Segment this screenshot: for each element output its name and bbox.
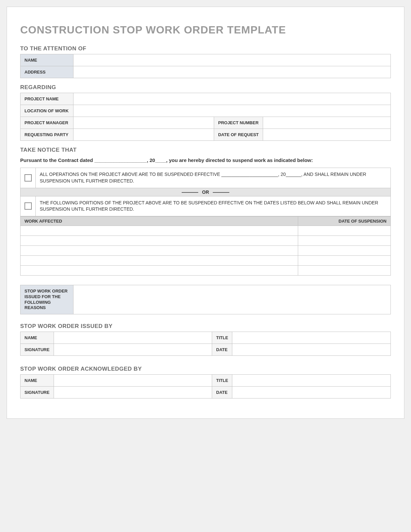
ack-signature-label: SIGNATURE <box>21 387 54 399</box>
section-heading-notice: TAKE NOTICE THAT <box>20 147 391 153</box>
attention-address-label: ADDRESS <box>21 66 73 78</box>
section-heading-ack-by: STOP WORK ORDER ACKNOWLEDGED BY <box>20 366 391 372</box>
ack-date-label: DATE <box>212 387 232 399</box>
reasons-table: STOP WORK ORDER ISSUED FOR THE FOLLOWING… <box>20 285 391 315</box>
notice-options-table: ALL OPERATIONS ON THE PROJECT ABOVE ARE … <box>20 168 391 216</box>
or-text: OR <box>202 189 209 195</box>
work-affected-field[interactable] <box>21 265 298 275</box>
issued-name-label: NAME <box>21 332 54 344</box>
issued-name-field[interactable] <box>54 332 212 344</box>
or-line-right <box>213 192 229 193</box>
ack-signature-field[interactable] <box>54 387 212 399</box>
option2-text: THE FOLLOWING PORTIONS OF THE PROJECT AB… <box>36 196 391 216</box>
requesting-party-field[interactable] <box>73 129 214 141</box>
location-field[interactable] <box>73 105 391 117</box>
option1-text: ALL OPERATIONS ON THE PROJECT ABOVE ARE … <box>36 168 391 188</box>
ack-date-field[interactable] <box>232 387 391 399</box>
or-divider: OR <box>21 188 391 196</box>
regarding-table: PROJECT NAME LOCATION OF WORK PROJECT MA… <box>20 93 391 141</box>
issued-signature-field[interactable] <box>54 344 212 356</box>
table-row <box>21 255 391 265</box>
issued-title-label: TITLE <box>212 332 232 344</box>
reasons-label: STOP WORK ORDER ISSUED FOR THE FOLLOWING… <box>21 285 73 314</box>
work-affected-field[interactable] <box>21 226 298 236</box>
table-row <box>21 265 391 275</box>
table-row <box>21 236 391 245</box>
notice-intro-text: Pursuant to the Contract dated _________… <box>20 157 391 164</box>
date-suspension-field[interactable] <box>298 236 391 245</box>
reasons-field[interactable] <box>73 285 391 314</box>
option2-checkbox-cell <box>21 196 36 216</box>
document-page: CONSTRUCTION STOP WORK ORDER TEMPLATE TO… <box>7 7 404 419</box>
date-suspension-field[interactable] <box>298 226 391 236</box>
issued-by-table: NAME TITLE SIGNATURE DATE <box>20 332 391 356</box>
ack-name-field[interactable] <box>54 375 212 387</box>
date-suspension-field[interactable] <box>298 245 391 255</box>
ack-by-table: NAME TITLE SIGNATURE DATE <box>20 374 391 399</box>
or-line-left <box>182 192 198 193</box>
ack-title-label: TITLE <box>212 375 232 387</box>
project-name-label: PROJECT NAME <box>21 93 73 105</box>
col-date-suspension: DATE OF SUSPENSION <box>298 216 391 226</box>
section-heading-attention: TO THE ATTENTION OF <box>20 45 391 52</box>
attention-address-field[interactable] <box>73 66 391 78</box>
location-label: LOCATION OF WORK <box>21 105 73 117</box>
option1-checkbox[interactable] <box>24 174 32 182</box>
issued-date-label: DATE <box>212 344 232 356</box>
section-heading-issued-by: STOP WORK ORDER ISSUED BY <box>20 323 391 330</box>
ack-name-label: NAME <box>21 375 54 387</box>
work-affected-table: WORK AFFECTED DATE OF SUSPENSION <box>20 216 391 276</box>
option1-checkbox-cell <box>21 168 36 188</box>
issued-date-field[interactable] <box>232 344 391 356</box>
date-request-field[interactable] <box>263 129 390 141</box>
section-heading-regarding: REGARDING <box>20 84 391 91</box>
project-number-field[interactable] <box>263 117 390 129</box>
table-row <box>21 226 391 236</box>
project-name-field[interactable] <box>73 93 391 105</box>
project-manager-field[interactable] <box>73 117 214 129</box>
option2-checkbox[interactable] <box>24 202 32 210</box>
attention-name-label: NAME <box>21 54 73 66</box>
work-affected-field[interactable] <box>21 245 298 255</box>
work-affected-field[interactable] <box>21 255 298 265</box>
work-affected-field[interactable] <box>21 236 298 245</box>
page-title: CONSTRUCTION STOP WORK ORDER TEMPLATE <box>20 24 391 36</box>
requesting-party-label: REQUESTING PARTY <box>21 129 73 141</box>
table-row <box>21 245 391 255</box>
date-suspension-field[interactable] <box>298 265 391 275</box>
col-work-affected: WORK AFFECTED <box>21 216 298 226</box>
ack-title-field[interactable] <box>232 375 391 387</box>
project-number-label: PROJECT NUMBER <box>214 117 263 129</box>
date-request-label: DATE OF REQUEST <box>214 129 263 141</box>
issued-signature-label: SIGNATURE <box>21 344 54 356</box>
attention-table: NAME ADDRESS <box>20 54 391 78</box>
date-suspension-field[interactable] <box>298 255 391 265</box>
attention-name-field[interactable] <box>73 54 391 66</box>
issued-title-field[interactable] <box>232 332 391 344</box>
project-manager-label: PROJECT MANAGER <box>21 117 73 129</box>
